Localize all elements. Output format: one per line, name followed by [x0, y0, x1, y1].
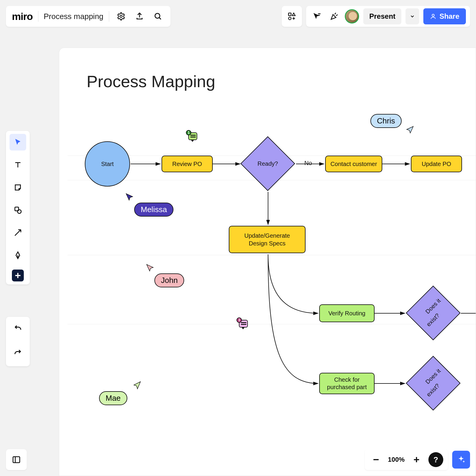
search-icon [154, 12, 162, 21]
board-header-panel: miro Process mapping [6, 6, 170, 27]
undo-button[interactable] [10, 321, 26, 338]
redo-button[interactable] [10, 345, 26, 362]
cursor-mode-button[interactable] [310, 10, 323, 23]
tool-more[interactable] [12, 270, 24, 281]
comment-bubble[interactable]: 3 [239, 320, 248, 328]
collaborator-tag-mae[interactable]: Mae [99, 391, 127, 405]
comment-count: 1 [186, 130, 191, 135]
svg-point-4 [289, 17, 291, 20]
cursor-icon [126, 193, 134, 201]
share-label: Share [439, 12, 459, 21]
node-start[interactable]: Start [85, 141, 130, 187]
connectors [59, 48, 476, 476]
node-label: exist? [424, 311, 442, 329]
board-title[interactable]: Process mapping [44, 12, 104, 21]
comment-bubble[interactable]: 1 [188, 132, 197, 140]
collab-panel: Present Share [306, 6, 470, 27]
tool-shape[interactable] [10, 202, 26, 218]
plus-icon [13, 271, 22, 280]
cursor-icon [146, 264, 154, 272]
node-label: exist? [424, 381, 442, 399]
confetti-icon [330, 12, 339, 21]
search-button[interactable] [151, 10, 165, 23]
upload-icon [135, 12, 144, 21]
tool-text[interactable] [10, 156, 26, 173]
node-label: Update/Generate [244, 232, 290, 239]
brand-logo[interactable]: miro [12, 11, 33, 22]
node-update-po[interactable]: Update PO [411, 156, 462, 172]
zoom-out-button[interactable] [369, 453, 383, 466]
node-label: purchased part [327, 383, 367, 391]
tool-pen[interactable] [10, 247, 26, 264]
avatar[interactable] [345, 9, 359, 24]
node-review-po[interactable]: Review PO [162, 156, 213, 172]
zoom-panel: 100% ? [365, 449, 448, 470]
ai-assist-button[interactable] [452, 451, 470, 469]
redo-icon [13, 349, 22, 358]
zoom-in-button[interactable] [410, 453, 423, 466]
node-label: Check for [334, 376, 360, 383]
present-menu-button[interactable] [405, 8, 419, 24]
export-button[interactable] [133, 10, 146, 23]
apps-button[interactable] [285, 10, 298, 23]
divider [38, 11, 38, 22]
canvas[interactable]: Process Mapping Start Review PO Ready? N… [59, 48, 476, 476]
node-label: Start [101, 161, 114, 167]
shapes-plus-icon [287, 12, 296, 21]
svg-rect-2 [289, 13, 291, 16]
settings-button[interactable] [115, 10, 128, 23]
node-check-part[interactable]: Check forpurchased part [319, 373, 375, 394]
page-title[interactable]: Process Mapping [87, 72, 215, 91]
node-exist-1[interactable]: Does itexist? [406, 286, 461, 340]
tool-sticky[interactable] [10, 179, 26, 196]
collaborator-tag-john[interactable]: John [154, 273, 184, 287]
tool-arrow[interactable] [10, 224, 26, 241]
present-button[interactable]: Present [363, 8, 401, 24]
node-exist-2[interactable]: Does itexist? [406, 356, 461, 411]
chevron-down-icon [410, 14, 415, 19]
person-icon [430, 13, 436, 20]
node-ready[interactable]: Ready? [240, 136, 295, 191]
history-panel [6, 317, 30, 366]
node-label: Contact customer [331, 161, 377, 167]
collaborator-tag-melissa[interactable]: Melissa [134, 203, 173, 217]
help-button[interactable]: ? [428, 452, 443, 467]
divider [109, 11, 109, 22]
plus-icon [412, 455, 421, 464]
gear-icon [117, 12, 126, 21]
node-label: Ready? [258, 160, 278, 167]
svg-point-7 [432, 14, 434, 16]
collaborator-tag-chris[interactable]: Chris [370, 114, 402, 128]
node-label: Review PO [172, 161, 202, 167]
node-verify-routing[interactable]: Verify Routing [319, 304, 375, 322]
sparkle-icon [457, 455, 466, 464]
node-label: Does it [424, 367, 442, 385]
cursor-icon [13, 138, 22, 147]
node-label: Does it [424, 297, 442, 315]
sticky-note-icon [13, 183, 22, 192]
svg-point-0 [120, 15, 122, 18]
panel-icon [12, 455, 21, 464]
tool-select[interactable] [10, 134, 26, 151]
frames-panel-button[interactable] [6, 449, 27, 470]
svg-point-9 [18, 210, 21, 214]
cursor-icon [406, 126, 414, 134]
cursor-lines-icon [312, 12, 321, 21]
node-contact-customer[interactable]: Contact customer [325, 156, 382, 172]
apps-panel [282, 6, 302, 27]
zoom-level[interactable]: 100% [388, 456, 405, 464]
node-label: Verify Routing [328, 310, 366, 317]
reactions-button[interactable] [328, 10, 341, 23]
shape-icon [13, 206, 22, 214]
arrow-icon [13, 228, 22, 237]
present-label: Present [369, 12, 395, 21]
edge-label-no: No [304, 160, 312, 167]
pen-icon [13, 251, 22, 260]
node-update-specs[interactable]: Update/GenerateDesign Specs [229, 226, 306, 253]
svg-rect-18 [13, 457, 20, 463]
svg-marker-3 [292, 13, 295, 16]
undo-icon [13, 325, 22, 334]
share-button[interactable]: Share [423, 8, 466, 24]
node-label: Design Specs [249, 239, 285, 247]
grid-line [68, 255, 476, 255]
